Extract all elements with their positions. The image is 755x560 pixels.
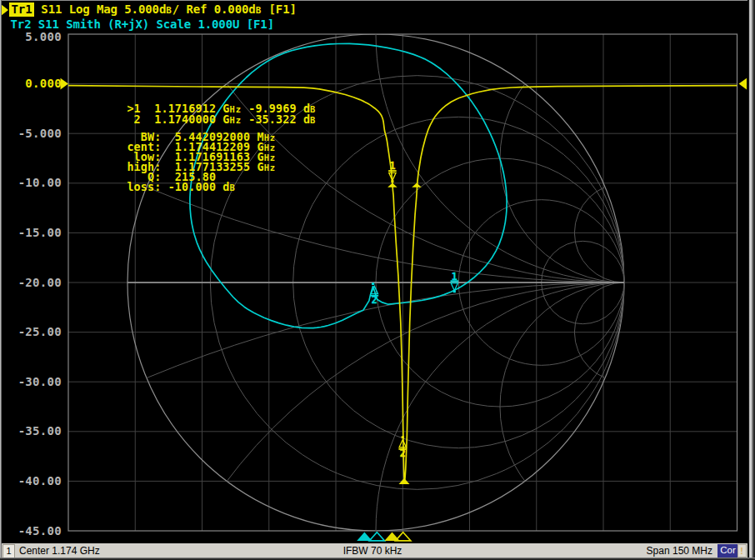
window-edge-top bbox=[0, 0, 755, 1]
text-segment: d bbox=[222, 181, 229, 193]
y-axis-label: -5.000 bbox=[0, 127, 62, 141]
y-axis-label: 0.000 bbox=[0, 77, 62, 91]
marker-number: 1 bbox=[389, 160, 395, 172]
marker-number: 1 bbox=[452, 271, 458, 282]
y-axis-label: -45.00 bbox=[0, 524, 62, 538]
trace1-badge: Tr1 bbox=[9, 2, 34, 17]
y-axis-label: -25.00 bbox=[0, 325, 62, 339]
ref-level-triangle-right bbox=[739, 78, 748, 90]
status-span[interactable]: Span 150 MHz bbox=[647, 545, 712, 558]
y-axis-label: -40.00 bbox=[0, 474, 62, 488]
smith-reactance-arc bbox=[500, 34, 748, 282]
text-segment: 2 1.1740000 bbox=[127, 113, 222, 126]
y-axis-label: -15.00 bbox=[0, 226, 62, 240]
smith-reactance-arc bbox=[376, 282, 755, 560]
status-ifbw[interactable]: IFBW 70 kHz bbox=[298, 545, 448, 558]
unit-suffix: B bbox=[310, 104, 316, 114]
text-segment: [F1] bbox=[262, 2, 297, 16]
smith-reactance-arc bbox=[376, 0, 755, 282]
text-segment: / Ref 0.000 bbox=[172, 2, 249, 16]
vna-screen: 1212 Tr1 S11 Log Mag 5.000dB/ Ref 0.000d… bbox=[0, 0, 755, 560]
marker-dot bbox=[402, 436, 404, 438]
smith-reactance-arc bbox=[0, 282, 755, 560]
channel-indicator[interactable]: 1 bbox=[2, 544, 15, 558]
marker-2-glyph: 2 bbox=[371, 282, 379, 306]
alert-badge: ! bbox=[738, 544, 747, 558]
text-segment: -35.322 bbox=[242, 113, 303, 126]
y-axis-label: -35.00 bbox=[0, 424, 62, 438]
status-bar: 1 Center 1.174 GHz IFBW 70 kHz Span 150 … bbox=[2, 543, 749, 558]
text-segment: G bbox=[257, 161, 263, 173]
stimulus-indicators bbox=[357, 532, 411, 541]
window-edge-left-inner bbox=[1, 0, 2, 560]
bandwidth-stat-row: loss: -10.000 dB bbox=[127, 182, 235, 193]
y-axis-label: -10.00 bbox=[0, 176, 62, 190]
graticule-canvas: 1212 bbox=[0, 0, 755, 560]
text-segment: d bbox=[248, 2, 255, 16]
marker-number: 2 bbox=[372, 294, 378, 306]
stimulus-marker-triangle bbox=[369, 532, 384, 541]
y-axis-label: -30.00 bbox=[0, 375, 62, 389]
text-segment: loss: -10.000 bbox=[127, 181, 222, 193]
smith-reactance-arc bbox=[500, 282, 748, 531]
text-segment: Tr2 S11 Smith (R+jX) Scale 1.000U [F1] bbox=[11, 18, 275, 31]
unit-suffix: B bbox=[166, 5, 172, 16]
y-axis-label: -20.00 bbox=[0, 276, 62, 290]
smith-reactance-arc bbox=[128, 282, 755, 560]
marker-readout-row: 2 1.1740000 GHz -35.322 dB bbox=[127, 114, 316, 126]
markers: 1212 bbox=[371, 160, 459, 484]
active-trace-arrow-icon bbox=[1, 4, 8, 16]
text-segment: d bbox=[303, 113, 310, 126]
text-segment: d bbox=[159, 2, 166, 16]
status-center-frequency[interactable]: Center 1.174 GHz bbox=[19, 545, 100, 558]
unit-suffix: Hz bbox=[264, 162, 276, 172]
unit-suffix: Hz bbox=[230, 115, 242, 125]
window-edge-right bbox=[748, 0, 755, 560]
marker-dot bbox=[372, 282, 374, 285]
text-segment: G bbox=[222, 113, 229, 126]
correction-badge: Cor bbox=[718, 544, 739, 558]
marker-1-glyph: 1 bbox=[388, 160, 397, 182]
unit-suffix: B bbox=[310, 115, 316, 125]
text-segment: S11 Log Mag 5.000 bbox=[34, 2, 159, 16]
trace1-definition[interactable]: Tr1 S11 Log Mag 5.000dB/ Ref 0.000dB [F1… bbox=[9, 2, 297, 18]
unit-suffix: Hz bbox=[230, 104, 242, 114]
unit-suffix: B bbox=[230, 182, 236, 192]
y-axis-label: 5.000 bbox=[0, 30, 62, 44]
marker-number: 2 bbox=[400, 448, 406, 459]
smith-reactance-arc bbox=[0, 0, 755, 282]
